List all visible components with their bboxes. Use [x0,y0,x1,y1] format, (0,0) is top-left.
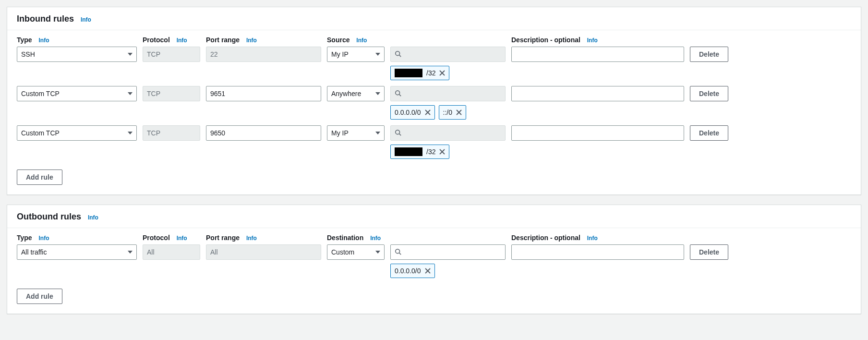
info-link-protocol[interactable]: Info [177,37,187,44]
redacted-ip [395,69,422,77]
info-link-type[interactable]: Info [39,235,49,242]
port-range-field[interactable]: 9651 [206,86,321,101]
cidr-tag: 0.0.0.0/0 [390,105,435,120]
col-head-protocol: Protocol Info [143,36,200,47]
remove-tag-icon[interactable] [438,69,446,77]
description-field[interactable] [511,86,684,101]
info-link-type[interactable]: Info [39,37,49,44]
type-select[interactable]: Custom TCP [17,86,137,101]
type-value: Custom TCP [21,129,60,137]
add-rule-button[interactable]: Add rule [17,170,62,185]
svg-point-10 [396,130,400,134]
col-head-description: Description - optional Info [511,234,684,244]
chevron-down-icon [375,53,380,56]
protocol-field: TCP [143,47,200,62]
svg-line-15 [399,253,401,255]
port-range-field: 22 [206,47,321,62]
protocol-field: TCP [143,86,200,101]
cidr-tag: 0.0.0.0/0 [390,264,435,278]
delete-rule-button[interactable]: Delete [690,47,728,62]
outbound-rules-header: Outbound rules Info [7,205,861,228]
col-head-actions [690,36,728,39]
description-field[interactable] [511,125,684,141]
cidr-tags: /32 [390,145,506,159]
chevron-down-icon [375,251,380,254]
cidr-tags: 0.0.0.0/0::/0 [390,105,506,120]
info-link-description[interactable]: Info [587,235,598,242]
type-value: SSH [21,50,35,58]
svg-point-14 [396,249,400,253]
cidr-search-input[interactable] [390,244,506,260]
outbound-rules-grid: Type Info Protocol Info Port range Info … [17,234,851,284]
chevron-down-icon [128,53,133,56]
col-head-type: Type Info [17,36,137,47]
inbound-rules-title: Inbound rules [17,14,74,24]
chevron-down-icon [375,92,380,95]
inbound-rules-body: Type Info Protocol Info Port range Info … [7,30,861,194]
description-field[interactable] [511,244,684,260]
add-rule-button[interactable]: Add rule [17,289,62,304]
svg-point-0 [396,51,400,55]
delete-rule-button[interactable]: Delete [690,244,728,260]
cidr-tags: /32 [390,66,506,80]
source-select[interactable]: Anywhere [327,86,385,101]
destination-select[interactable]: Custom [327,244,385,260]
info-link-port[interactable]: Info [246,235,257,242]
col-head-destination-tags [390,234,506,237]
protocol-field: TCP [143,125,200,141]
inbound-rules-header: Inbound rules Info [7,7,861,30]
info-link-port[interactable]: Info [246,37,257,44]
col-head-port: Port range Info [206,234,321,244]
protocol-field: All [143,244,200,260]
type-select[interactable]: All traffic [17,244,137,260]
remove-tag-icon[interactable] [455,109,463,116]
remove-tag-icon[interactable] [424,109,432,116]
outbound-rules-body: Type Info Protocol Info Port range Info … [7,228,861,314]
chevron-down-icon [128,92,133,95]
remove-tag-icon[interactable] [438,148,446,156]
cidr-tag: /32 [390,66,449,80]
cidr-search-input[interactable] [390,125,506,141]
cidr-search-input[interactable] [390,47,506,62]
info-link-source[interactable]: Info [356,37,367,44]
source-select[interactable]: My IP [327,47,385,62]
info-link-description[interactable]: Info [587,37,598,44]
cidr-search-input[interactable] [390,86,506,101]
delete-rule-button[interactable]: Delete [690,86,728,101]
col-head-actions [690,234,728,237]
type-select[interactable]: SSH [17,47,137,62]
chevron-down-icon [128,251,133,254]
type-value: All traffic [21,248,47,256]
cidr-tag: ::/0 [439,105,466,120]
info-link-destination[interactable]: Info [370,235,381,242]
description-field[interactable] [511,47,684,62]
type-value: Custom TCP [21,90,60,97]
col-head-destination: Destination Info [327,234,385,244]
search-icon [395,129,401,137]
outbound-rules-title: Outbound rules [17,212,81,222]
search-icon [395,50,401,59]
outbound-rules-info-link[interactable]: Info [88,214,98,221]
type-select[interactable]: Custom TCP [17,125,137,141]
outbound-rules-panel: Outbound rules Info Type Info Protocol I… [7,205,861,314]
search-icon [395,90,401,98]
col-head-source: Source Info [327,36,385,47]
inbound-rules-info-link[interactable]: Info [81,16,91,23]
svg-line-1 [399,55,401,57]
port-range-field[interactable]: 9650 [206,125,321,141]
remove-tag-icon[interactable] [424,267,432,275]
svg-point-4 [396,90,400,95]
cidr-tag: /32 [390,145,449,159]
chevron-down-icon [375,132,380,134]
delete-rule-button[interactable]: Delete [690,125,728,141]
source-select[interactable]: My IP [327,125,385,141]
cidr-tags: 0.0.0.0/0 [390,264,506,278]
svg-line-11 [399,134,401,135]
search-icon [395,248,401,256]
inbound-rules-grid: Type Info Protocol Info Port range Info … [17,36,851,165]
col-head-type: Type Info [17,234,137,244]
chevron-down-icon [128,132,133,134]
info-link-protocol[interactable]: Info [177,235,187,242]
inbound-rules-panel: Inbound rules Info Type Info Protocol In… [7,7,861,195]
redacted-ip [395,147,422,156]
